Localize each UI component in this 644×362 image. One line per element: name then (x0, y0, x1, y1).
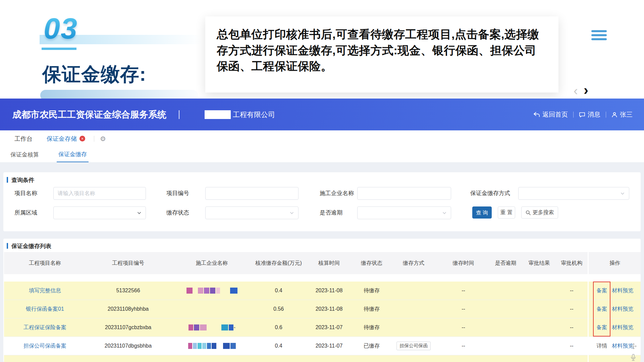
overdue-cell (489, 355, 523, 362)
system-title: 成都市农民工工资保证金综合服务系统 (12, 109, 166, 121)
redacted-gap (220, 288, 230, 294)
action-link[interactable]: 材料预览 (612, 306, 633, 312)
approval-result-cell (523, 282, 556, 300)
screen: 03 保证金缴存: 总包单位打印核准书后,可查看待缴存工程项目,点击备案,选择缴… (0, 0, 644, 362)
drag-handle-icon[interactable] (631, 343, 637, 351)
project-code-cell (86, 355, 170, 362)
deposit-method-select[interactable] (518, 187, 629, 200)
pay-time-cell: -- (438, 300, 489, 318)
redacted-block (204, 288, 209, 294)
project-link[interactable]: 工程保证保险备案 (23, 324, 66, 330)
deposit-method-cell (389, 355, 438, 362)
tab-close-icon[interactable]: × (79, 136, 85, 141)
project-name-cell: 担保公司保函备案 (4, 337, 86, 355)
status-cell (355, 355, 389, 362)
tab-deposit-storage-label: 保证金存储 (47, 135, 77, 143)
next-arrow-icon[interactable]: › (584, 83, 588, 97)
menu-bar (591, 34, 607, 36)
project-name-cell (4, 355, 86, 362)
status-cell: 待缴存 (355, 300, 389, 318)
action-link[interactable]: 备案 (596, 288, 607, 293)
operation-cell: 备案材料预览 (588, 282, 641, 300)
project-name-label: 项目名称 (14, 187, 37, 200)
approval-agency-cell: -- (556, 337, 588, 355)
message-icon (579, 112, 585, 118)
company-name-label: 施工企业名称 (320, 187, 354, 200)
subtab-deposit-accounting[interactable]: 保证金核算 (9, 147, 41, 162)
project-code-cell: 20231108yhbhba (86, 300, 170, 318)
prev-arrow-icon[interactable]: ‹ (574, 84, 578, 97)
redacted-block (207, 343, 211, 349)
project-link[interactable]: 担保公司保函备案 (23, 343, 66, 349)
list-section-title: 保证金缴存列表 (11, 242, 51, 250)
project-link[interactable]: 填写完整信息 (29, 288, 61, 293)
action-link[interactable]: 材料预览 (612, 288, 633, 293)
app-header: 成都市农民工工资保证金综合服务系统 工程有限公司 返回首页 消息 张三 (0, 99, 644, 130)
company-name: 工程有限公司 (233, 110, 275, 119)
action-link[interactable]: 备案 (596, 306, 607, 312)
redacted-company-prefix (205, 110, 231, 119)
column-header: 工程项目编号 (86, 252, 170, 274)
project-code-input[interactable] (205, 187, 299, 200)
redacted-gap (207, 324, 221, 330)
search-button[interactable]: 查 询 (472, 206, 492, 219)
more-search-button[interactable]: 更多搜索 (521, 206, 558, 219)
table-row: 担保公司保函备案20231107dbgsbhba0.42023-11-07已缴存… (4, 337, 641, 355)
column-header: 审批机构 (556, 252, 588, 274)
action-button[interactable]: 详情 (596, 343, 607, 349)
deposit-method-cell: 担保公司保函 (389, 337, 438, 355)
messages-button[interactable]: 消息 (579, 110, 600, 119)
column-header: 工程项目名称 (4, 252, 86, 274)
redacted-gap (193, 288, 198, 294)
project-code-label: 项目编号 (166, 187, 189, 200)
project-link[interactable]: 银行保函备案01 (26, 306, 64, 312)
top-tabbar: 工作台 保证金存储 × ⚙ (0, 130, 644, 147)
gear-icon[interactable]: ⚙ (100, 135, 106, 143)
tab-deposit-storage[interactable]: 保证金存储 × (47, 135, 85, 143)
amount-cell (254, 355, 304, 362)
deposit-list-panel: 保证金缴存列表 工程项目名称工程项目编号施工企业名称核准缴存金额(万元)核算时间… (3, 239, 641, 362)
subtab-deposit-payment[interactable]: 保证金缴存 (57, 147, 89, 162)
amount-cell: 0.4 (254, 337, 304, 355)
user-menu[interactable]: 张三 (611, 110, 633, 119)
return-home-label: 返回首页 (542, 110, 568, 119)
deposit-method-cell (389, 318, 438, 337)
region-select[interactable] (53, 206, 146, 219)
user-icon (611, 112, 618, 118)
return-home-button[interactable]: 返回首页 (533, 110, 568, 119)
hamburger-menu-icon[interactable] (591, 30, 607, 42)
header-nav: 返回首页 消息 张三 (533, 99, 633, 130)
pay-time-cell (438, 355, 489, 362)
search-icon (526, 210, 531, 215)
redacted-block (194, 324, 199, 330)
approval-agency-cell: -- (556, 318, 588, 337)
header-divider (179, 110, 179, 119)
action-link[interactable]: 备案 (596, 324, 607, 330)
section-accent-bar (7, 243, 8, 249)
calc-date-cell: 2023-11-08 (304, 282, 355, 300)
action-link[interactable]: 材料预览 (612, 343, 633, 349)
microphone-icon[interactable] (631, 354, 636, 362)
app-screenshot: 成都市农民工工资保证金综合服务系统 工程有限公司 返回首页 消息 张三 (0, 99, 644, 362)
redacted-block (200, 324, 207, 330)
menu-bar (591, 30, 607, 32)
reset-button[interactable]: 重 置 (498, 206, 515, 219)
tab-workbench[interactable]: 工作台 (14, 135, 33, 143)
redacted-block (198, 288, 203, 294)
slide-number: 03 (44, 11, 78, 46)
column-header: 核算时间 (304, 252, 355, 274)
menu-bar (591, 38, 607, 40)
status-cell: 待缴存 (355, 318, 389, 337)
query-panel: 查询条件 项目名称 项目编号 施工企业名称 保证金缴存方式 所属区域 缴存状态 … (3, 172, 641, 231)
company-cell (170, 282, 254, 300)
company-name-input[interactable] (357, 187, 451, 200)
approval-agency-cell: -- (556, 300, 588, 318)
table-row (4, 355, 641, 362)
table-row: 工程保证保险备案20231107gcbzbxba-0.62023-11-07待缴… (4, 318, 641, 337)
overdue-cell (489, 318, 523, 337)
action-link[interactable]: 材料预览 (612, 324, 633, 330)
description-card: 总包单位打印核准书后,可查看待缴存工程项目,点击备案,选择缴存方式进行保证金缴存… (205, 16, 558, 93)
project-name-input[interactable] (53, 187, 146, 200)
overdue-select[interactable] (357, 206, 451, 219)
deposit-status-select[interactable] (205, 206, 299, 219)
